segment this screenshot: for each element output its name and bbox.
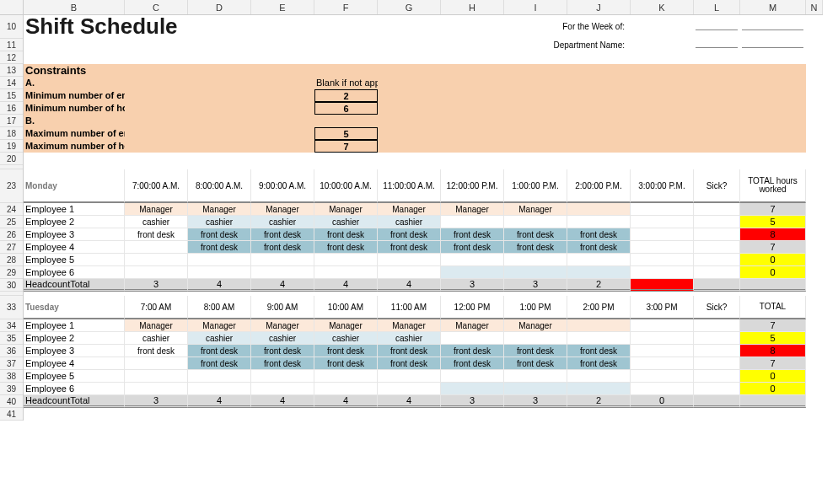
sick-cell[interactable] [694, 383, 740, 395]
shift-cell[interactable] [378, 254, 441, 266]
shift-cell[interactable] [188, 370, 251, 383]
shift-cell[interactable] [631, 345, 694, 357]
shift-cell[interactable] [631, 370, 694, 383]
shift-cell[interactable] [188, 383, 251, 395]
row-header-19[interactable]: 19 [0, 140, 23, 153]
sick-cell[interactable] [694, 216, 740, 228]
shift-cell[interactable]: Manager [125, 319, 188, 332]
shift-cell[interactable] [378, 266, 441, 279]
sick-cell[interactable] [694, 319, 740, 332]
sick-cell[interactable] [694, 266, 740, 279]
emp-name[interactable]: Employee 4 [24, 357, 125, 370]
min-hrs-value[interactable]: 6 [314, 102, 378, 115]
sick-cell[interactable] [694, 228, 740, 241]
shift-cell[interactable]: Manager [314, 203, 378, 216]
col-header-N[interactable]: N [806, 0, 823, 14]
shift-cell[interactable] [631, 383, 694, 395]
shift-cell[interactable] [631, 332, 694, 345]
shift-cell[interactable]: Manager [378, 319, 441, 332]
shift-cell[interactable]: front desk [567, 345, 631, 357]
emp-name[interactable]: Employee 2 [24, 216, 125, 228]
shift-cell[interactable]: front desk [251, 345, 314, 357]
shift-cell[interactable]: Manager [378, 203, 441, 216]
row-header-13[interactable]: 13 [0, 64, 23, 77]
row-header-20[interactable]: 20 [0, 153, 23, 165]
shift-cell[interactable]: Manager [188, 319, 251, 332]
shift-cell[interactable]: front desk [504, 228, 567, 241]
shift-cell[interactable] [188, 266, 251, 279]
shift-cell[interactable]: Manager [504, 203, 567, 216]
emp-name[interactable]: Employee 5 [24, 254, 125, 266]
shift-cell[interactable] [631, 357, 694, 370]
sick-cell[interactable] [694, 345, 740, 357]
max-emp-value[interactable]: 5 [314, 127, 378, 140]
row-header-12[interactable]: 12 [0, 51, 23, 64]
shift-cell[interactable] [631, 203, 694, 216]
shift-cell[interactable]: Manager [125, 203, 188, 216]
shift-cell[interactable]: cashier [314, 216, 378, 228]
shift-cell[interactable]: front desk [567, 357, 631, 370]
shift-cell[interactable] [125, 266, 188, 279]
shift-cell[interactable] [631, 319, 694, 332]
shift-cell[interactable]: front desk [314, 228, 378, 241]
shift-cell[interactable]: front desk [251, 357, 314, 370]
sick-cell[interactable] [694, 254, 740, 266]
shift-cell[interactable]: front desk [567, 228, 631, 241]
shift-cell[interactable]: Manager [188, 203, 251, 216]
shift-cell[interactable] [314, 383, 378, 395]
shift-cell[interactable] [125, 357, 188, 370]
shift-cell[interactable]: front desk [378, 357, 441, 370]
dept-value[interactable] [694, 39, 740, 51]
shift-cell[interactable] [441, 370, 504, 383]
shift-cell[interactable]: cashier [125, 332, 188, 345]
shift-cell[interactable]: Manager [251, 203, 314, 216]
shift-cell[interactable] [251, 383, 314, 395]
shift-cell[interactable]: cashier [378, 332, 441, 345]
shift-cell[interactable]: cashier [188, 216, 251, 228]
row-header-38[interactable]: 38 [0, 370, 23, 383]
row-header-18[interactable]: 18 [0, 127, 23, 140]
shift-cell[interactable]: cashier [378, 216, 441, 228]
shift-cell[interactable]: front desk [251, 241, 314, 254]
shift-cell[interactable]: cashier [314, 332, 378, 345]
row-header-37[interactable]: 37 [0, 357, 23, 370]
col-header-E[interactable]: E [251, 0, 314, 14]
emp-name[interactable]: Employee 1 [24, 319, 125, 332]
shift-cell[interactable] [504, 383, 567, 395]
sick-cell[interactable] [694, 203, 740, 216]
shift-cell[interactable] [631, 266, 694, 279]
shift-cell[interactable] [441, 266, 504, 279]
row-header-25[interactable]: 25 [0, 216, 23, 228]
row-header-26[interactable]: 26 [0, 228, 23, 241]
shift-cell[interactable] [441, 216, 504, 228]
shift-cell[interactable] [631, 228, 694, 241]
row-header-35[interactable]: 35 [0, 332, 23, 345]
shift-cell[interactable] [567, 319, 631, 332]
shift-cell[interactable] [125, 370, 188, 383]
row-header-36[interactable]: 36 [0, 345, 23, 357]
shift-cell[interactable] [125, 241, 188, 254]
emp-name[interactable]: Employee 1 [24, 203, 125, 216]
row-header-40[interactable]: 40 [0, 395, 23, 408]
shift-cell[interactable]: Manager [314, 319, 378, 332]
shift-cell[interactable] [314, 254, 378, 266]
col-header-K[interactable]: K [631, 0, 694, 14]
shift-cell[interactable]: Manager [504, 319, 567, 332]
row-header-24[interactable]: 24 [0, 203, 23, 216]
col-header-I[interactable]: I [504, 0, 567, 14]
row-header-34[interactable]: 34 [0, 319, 23, 332]
shift-cell[interactable]: front desk [504, 345, 567, 357]
select-all-corner[interactable] [0, 0, 24, 15]
shift-cell[interactable] [567, 332, 631, 345]
shift-cell[interactable]: cashier [125, 216, 188, 228]
week-value[interactable] [694, 15, 740, 39]
shift-cell[interactable] [504, 370, 567, 383]
col-header-F[interactable]: F [314, 0, 378, 14]
row-header-28[interactable]: 28 [0, 254, 23, 266]
row-header-16[interactable]: 16 [0, 102, 23, 115]
emp-name[interactable]: Employee 4 [24, 241, 125, 254]
row-header-39[interactable]: 39 [0, 383, 23, 395]
shift-cell[interactable] [441, 332, 504, 345]
shift-cell[interactable] [631, 241, 694, 254]
sick-cell[interactable] [694, 357, 740, 370]
